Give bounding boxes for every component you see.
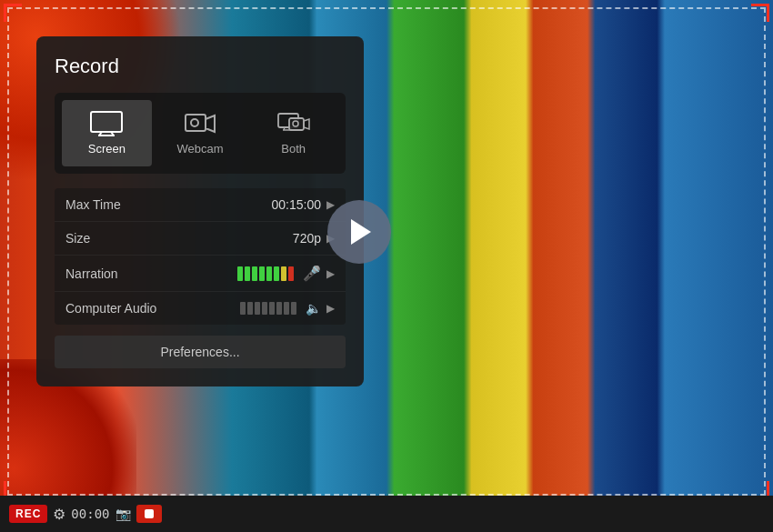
max-time-value: 00:15:00 [175,197,321,212]
preferences-button[interactable]: Preferences... [55,336,346,368]
svg-rect-0 [91,112,122,132]
record-panel: Record Screen Webcam [36,36,364,386]
bar-2 [245,266,250,281]
source-webcam-button[interactable]: Webcam [156,100,246,166]
panel-title: Record [55,55,346,78]
timer-display: 00:00 [71,507,109,521]
corner-bracket-tr [751,4,769,22]
max-time-label: Max Time [65,197,175,212]
computer-audio-row: Computer Audio 🔈 ▶ [55,292,346,325]
ca-bar-8 [291,302,296,315]
rec-badge: REC [9,505,47,523]
bottom-controls: REC ⚙ 00:00 📷 [9,505,162,523]
size-label: Size [65,231,175,246]
settings-gear-button[interactable]: ⚙ [53,506,65,523]
size-row: Size 720p ▶ [55,222,346,256]
bar-3 [252,266,257,281]
narration-bars [237,266,294,281]
play-triangle-icon [351,219,371,245]
computer-audio-meter: 🔈 [175,301,321,316]
bar-1 [237,266,243,281]
bar-6 [274,266,279,281]
narration-label: Narration [65,266,175,281]
both-icon [277,111,310,136]
svg-rect-11 [289,118,304,130]
bar-4 [259,266,265,281]
webcam-label: Webcam [176,142,223,156]
ca-bar-4 [262,302,267,315]
both-label: Both [281,142,306,156]
ca-bar-6 [276,302,282,315]
ca-bar-3 [255,302,260,315]
bar-8 [288,266,294,281]
narration-row: Narration 🎤 ▶ [55,256,346,292]
svg-rect-4 [186,115,206,131]
settings-area: Max Time 00:15:00 ▶ Size 720p ▶ Narratio… [55,188,346,325]
mic-icon[interactable]: 🎤 [303,265,321,282]
stop-record-button[interactable] [136,505,162,523]
narration-meter: 🎤 [175,265,321,282]
camera-toggle-button[interactable]: 📷 [115,507,131,521]
bar-7 [281,266,286,281]
bottom-toolbar: REC ⚙ 00:00 📷 [0,496,773,532]
svg-point-6 [191,119,198,126]
computer-audio-label: Computer Audio [65,301,175,316]
source-screen-button[interactable]: Screen [62,100,152,166]
source-selector: Screen Webcam Both [55,93,346,174]
bar-5 [266,266,272,281]
screen-label: Screen [88,142,125,156]
play-button[interactable] [327,200,391,264]
screen-icon [90,111,123,136]
svg-marker-5 [206,115,215,132]
ca-bar-2 [247,302,253,315]
ca-bar-1 [240,302,246,315]
max-time-row: Max Time 00:15:00 ▶ [55,188,346,222]
narration-arrow[interactable]: ▶ [326,267,335,280]
ca-bar-7 [284,302,289,315]
computer-audio-bars [240,302,296,315]
corner-bracket-tl [4,4,22,22]
stop-icon [145,509,154,518]
max-time-arrow[interactable]: ▶ [326,198,335,211]
size-value: 720p [175,231,321,246]
computer-audio-arrow[interactable]: ▶ [326,302,335,315]
ca-bar-5 [269,302,275,315]
webcam-icon [184,111,216,136]
speaker-icon[interactable]: 🔈 [306,301,321,316]
source-both-button[interactable]: Both [248,100,338,166]
